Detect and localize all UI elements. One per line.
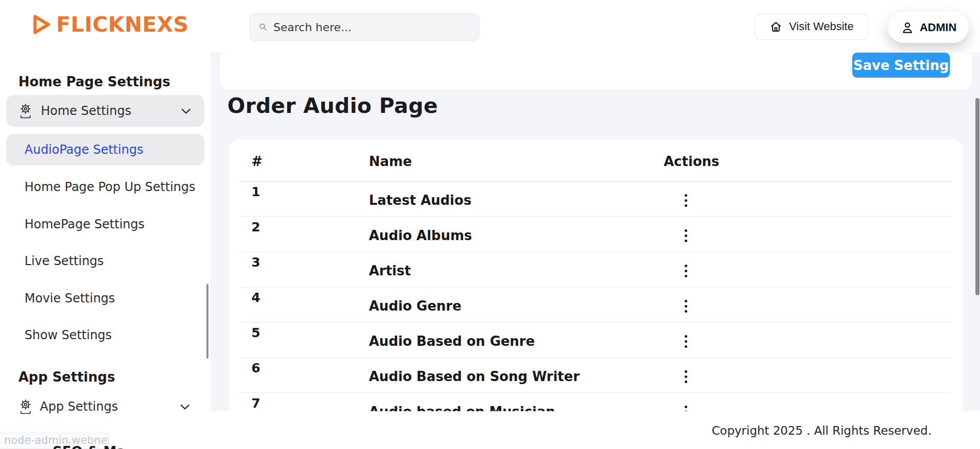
sidebar-heading-app-settings: App Settings bbox=[18, 369, 115, 385]
table-row: 4 Audio Genre bbox=[240, 288, 952, 323]
table-row: 7 Audio based on Musician bbox=[240, 393, 952, 411]
table-row: 1 Latest Audios bbox=[240, 182, 952, 217]
row-actions-kebab-icon[interactable] bbox=[680, 227, 692, 244]
row-number: 6 bbox=[251, 361, 260, 375]
sidebar-item-live-settings[interactable]: Live Settings bbox=[25, 254, 104, 268]
search-input[interactable] bbox=[273, 21, 470, 34]
visit-website-button[interactable]: Visit Website bbox=[755, 13, 868, 40]
column-header-actions: Actions bbox=[664, 154, 719, 169]
row-name: Artist bbox=[369, 263, 411, 278]
gear-icon bbox=[18, 398, 33, 415]
row-number: 3 bbox=[251, 255, 260, 270]
sidebar-scrollbar-thumb[interactable] bbox=[206, 284, 208, 359]
row-number: 5 bbox=[251, 325, 260, 340]
row-name: Latest Audios bbox=[369, 193, 472, 208]
row-actions-kebab-icon[interactable] bbox=[680, 368, 692, 385]
row-actions-kebab-icon[interactable] bbox=[680, 298, 692, 314]
row-number: 4 bbox=[251, 290, 260, 305]
sidebar: Home Page Settings Home Settings AudioPa… bbox=[0, 53, 211, 449]
home-icon bbox=[769, 20, 783, 34]
row-name: Audio Based on Song Writer bbox=[369, 369, 579, 384]
sidebar-heading-home-page-settings: Home Page Settings bbox=[18, 74, 170, 89]
search-icon bbox=[259, 23, 267, 31]
visit-website-label: Visit Website bbox=[789, 20, 853, 33]
column-header-number: # bbox=[251, 154, 263, 169]
sidebar-item-home-settings[interactable]: Home Settings bbox=[6, 95, 204, 127]
sidebar-item-audiopage-settings[interactable]: AudioPage Settings bbox=[6, 134, 204, 166]
table-row: 3 Artist bbox=[240, 252, 952, 288]
table-row: 2 Audio Albums bbox=[240, 217, 952, 252]
save-setting-button[interactable]: Save Setting bbox=[852, 53, 950, 78]
app-logo[interactable]: FLICKNEXS bbox=[28, 11, 189, 38]
row-name: Audio Based on Genre bbox=[369, 334, 535, 349]
user-icon bbox=[900, 20, 915, 35]
sidebar-item-label: AudioPage Settings bbox=[25, 143, 143, 157]
sidebar-heading-seo-clipped: SEO & Ma bbox=[53, 444, 126, 449]
main-content: Save Setting Order Audio Page # Name Act… bbox=[211, 53, 980, 411]
row-name: Audio Albums bbox=[369, 228, 472, 243]
table-card: # Name Actions 1 Latest Audios 2 Audio A… bbox=[229, 139, 963, 411]
row-actions-kebab-icon[interactable] bbox=[680, 333, 692, 349]
search-box bbox=[249, 13, 479, 41]
sidebar-item-movie-settings[interactable]: Movie Settings bbox=[25, 291, 115, 305]
column-header-name: Name bbox=[369, 154, 412, 169]
row-actions-kebab-icon[interactable] bbox=[680, 263, 692, 279]
table-row: 6 Audio Based on Song Writer bbox=[240, 358, 952, 393]
table-row: 5 Audio Based on Genre bbox=[240, 323, 952, 358]
gear-icon bbox=[18, 103, 33, 119]
admin-label: ADMIN bbox=[920, 21, 956, 34]
sidebar-item-home-page-pop-up-settings[interactable]: Home Page Pop Up Settings bbox=[25, 180, 195, 194]
sidebar-item-label: Home Settings bbox=[41, 104, 173, 118]
sidebar-item-homepage-settings[interactable]: HomePage Settings bbox=[25, 217, 145, 231]
row-number: 2 bbox=[251, 220, 260, 234]
page-title: Order Audio Page bbox=[227, 93, 438, 118]
chevron-down-icon bbox=[180, 404, 190, 410]
play-triangle-icon bbox=[28, 11, 53, 38]
admin-button[interactable]: ADMIN bbox=[888, 12, 969, 43]
sidebar-item-show-settings[interactable]: Show Settings bbox=[25, 328, 112, 342]
chevron-down-icon bbox=[181, 108, 191, 114]
copyright-text: Copyright 2025 . All Rights Reserved. bbox=[712, 424, 931, 437]
row-number: 7 bbox=[251, 396, 260, 411]
row-actions-kebab-icon[interactable] bbox=[680, 404, 692, 411]
sidebar-item-label: App Settings bbox=[40, 399, 173, 414]
top-bar: FLICKNEXS Visit Website bbox=[0, 0, 980, 53]
row-actions-kebab-icon[interactable] bbox=[680, 192, 692, 208]
row-number: 1 bbox=[251, 184, 260, 199]
logo-text: FLICKNEXS bbox=[56, 12, 189, 37]
sidebar-item-app-settings[interactable]: App Settings bbox=[0, 396, 211, 417]
row-name: Audio Genre bbox=[369, 298, 461, 314]
window-scrollbar-thumb[interactable] bbox=[975, 98, 979, 295]
row-name: Audio based on Musician bbox=[369, 404, 555, 411]
